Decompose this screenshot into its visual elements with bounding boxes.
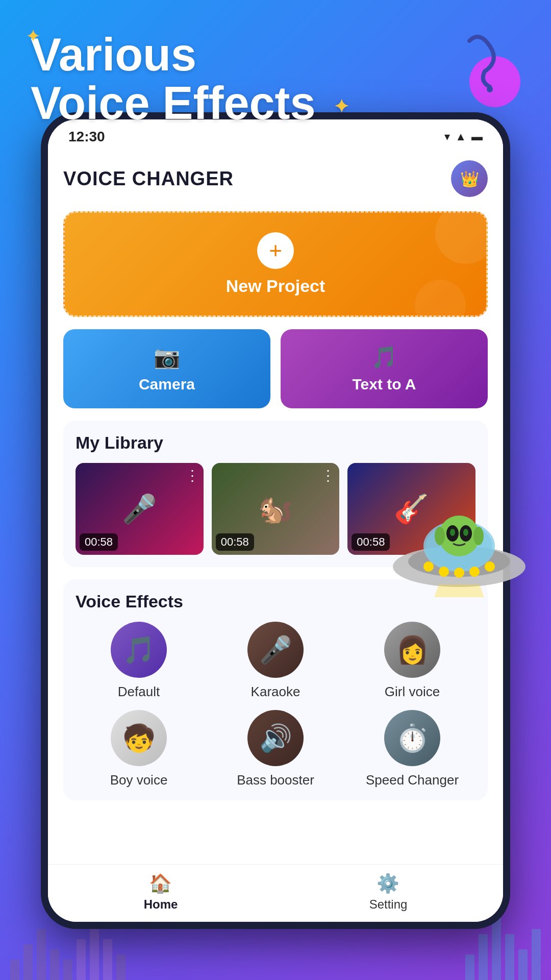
status-time: 12:30 <box>68 129 105 145</box>
library-item-2[interactable]: 🐿️ 00:58 ⋮ <box>212 463 340 555</box>
effect-girl-circle: 👩 <box>384 622 440 678</box>
plus-icon: + <box>257 232 294 269</box>
header-line1: Various <box>31 31 349 79</box>
home-icon: 🏠 <box>149 873 172 894</box>
settings-icon: ⚙️ <box>377 873 399 894</box>
bar-2 <box>23 944 33 980</box>
new-project-label: New Project <box>226 276 325 296</box>
sparkle-top-icon: ✦ <box>26 26 41 47</box>
quick-actions: 📷 Camera 🎵 Text to A <box>63 329 488 408</box>
effects-grid: 🎵 Default 🎤 Karaoke 👩 <box>76 622 475 788</box>
new-project-button[interactable]: + New Project <box>63 211 488 317</box>
effect-default-label: Default <box>118 684 160 700</box>
text-to-audio-button[interactable]: 🎵 Text to A <box>281 329 488 408</box>
phone-frame: 12:30 ▾ ▲ ▬ VOICE CHANGER 👑 + New Projec… <box>41 112 510 929</box>
effect-default-icon: 🎵 <box>122 634 156 666</box>
app-title: VOICE CHANGER <box>63 168 234 190</box>
app-header: VOICE CHANGER 👑 <box>63 160 488 197</box>
bar-r5 <box>518 949 528 980</box>
status-icons: ▾ ▲ ▬ <box>444 130 483 143</box>
bar-7 <box>90 924 99 980</box>
effect-girl-icon: 👩 <box>396 634 429 666</box>
app-content: VOICE CHANGER 👑 + New Project 📷 Camera 🎵… <box>48 150 503 864</box>
bar-r2 <box>479 934 488 980</box>
effect-karaoke-label: Karaoke <box>251 684 300 700</box>
effects-section: Voice Effects 🎵 Default 🎤 Karaoke <box>63 579 488 800</box>
library-item-3[interactable]: 🎸 00:58 <box>347 463 475 555</box>
nav-setting[interactable]: ⚙️ Setting <box>369 873 408 912</box>
library-item-1[interactable]: 🎤 00:58 ⋮ <box>76 463 204 555</box>
effect-boy-label: Boy voice <box>110 772 168 788</box>
header-area: ✦ Various Voice Effects ✦ <box>31 31 349 127</box>
sparkle-right-icon: ✦ <box>334 97 349 116</box>
effect-speed-icon: ⏱️ <box>396 723 429 754</box>
bar-6 <box>77 939 86 980</box>
bar-r6 <box>532 929 541 980</box>
nav-home[interactable]: 🏠 Home <box>144 873 178 912</box>
bar-1 <box>10 960 19 980</box>
library-item-2-duration: 00:58 <box>216 533 254 551</box>
effect-bass-booster[interactable]: 🔊 Bass booster <box>212 710 339 788</box>
bar-4 <box>50 949 59 980</box>
bar-5 <box>63 960 72 980</box>
library-section: My Library 🎤 00:58 ⋮ 🐿️ 00:58 <box>63 421 488 567</box>
signal-icon: ▲ <box>455 130 466 143</box>
svg-point-0 <box>469 56 520 107</box>
effect-karaoke[interactable]: 🎤 Karaoke <box>212 622 339 700</box>
library-title: My Library <box>76 433 475 453</box>
battery-icon: ▬ <box>471 130 483 143</box>
thumb-3-icon: 🎸 <box>394 493 429 526</box>
effect-karaoke-icon: 🎤 <box>259 634 292 666</box>
effect-speed-circle: ⏱️ <box>384 710 440 766</box>
bar-8 <box>103 939 112 980</box>
phone-screen: 12:30 ▾ ▲ ▬ VOICE CHANGER 👑 + New Projec… <box>48 119 503 922</box>
library-grid: 🎤 00:58 ⋮ 🐿️ 00:58 ⋮ 🎸 <box>76 463 475 555</box>
effect-default-circle: 🎵 <box>111 622 167 678</box>
effect-boy-icon: 🧒 <box>122 723 156 754</box>
effect-speed-label: Speed Changer <box>366 772 459 788</box>
effect-bass-circle: 🔊 <box>247 710 304 766</box>
library-item-2-more[interactable]: ⋮ <box>321 467 335 484</box>
library-item-1-duration: 00:58 <box>80 533 118 551</box>
library-item-1-more[interactable]: ⋮ <box>185 467 199 484</box>
library-item-3-duration: 00:58 <box>352 533 390 551</box>
thumb-1-icon: 🎤 <box>122 493 157 526</box>
nav-setting-label: Setting <box>369 897 408 912</box>
effect-bass-icon: 🔊 <box>259 723 292 754</box>
bar-r1 <box>465 954 474 980</box>
effect-girl-label: Girl voice <box>385 684 440 700</box>
camera-button[interactable]: 📷 Camera <box>63 329 270 408</box>
nav-home-label: Home <box>144 897 178 912</box>
bottom-nav: 🏠 Home ⚙️ Setting <box>48 864 503 922</box>
wifi-icon: ▾ <box>444 130 450 143</box>
bar-9 <box>116 954 126 980</box>
effect-girl-voice[interactable]: 👩 Girl voice <box>349 622 475 700</box>
crown-icon: 👑 <box>460 170 479 188</box>
music-icon: 🎵 <box>371 345 397 370</box>
camera-icon: 📷 <box>154 345 180 370</box>
camera-label: Camera <box>139 376 195 393</box>
header-line2: Voice Effects ✦ <box>31 79 349 128</box>
svg-point-1 <box>487 86 493 92</box>
text-to-audio-label: Text to A <box>353 376 416 393</box>
thumb-2-icon: 🐿️ <box>258 493 293 526</box>
effect-boy-circle: 🧒 <box>111 710 167 766</box>
effect-default[interactable]: 🎵 Default <box>76 622 202 700</box>
effect-karaoke-circle: 🎤 <box>247 622 304 678</box>
bar-r4 <box>505 934 514 980</box>
effect-speed-changer[interactable]: ⏱️ Speed Changer <box>349 710 475 788</box>
effect-bass-label: Bass booster <box>237 772 314 788</box>
bar-3 <box>37 929 46 980</box>
effects-title: Voice Effects <box>76 592 475 611</box>
header-title: Various Voice Effects ✦ <box>31 31 349 127</box>
premium-badge[interactable]: 👑 <box>451 160 488 197</box>
effect-boy-voice[interactable]: 🧒 Boy voice <box>76 710 202 788</box>
